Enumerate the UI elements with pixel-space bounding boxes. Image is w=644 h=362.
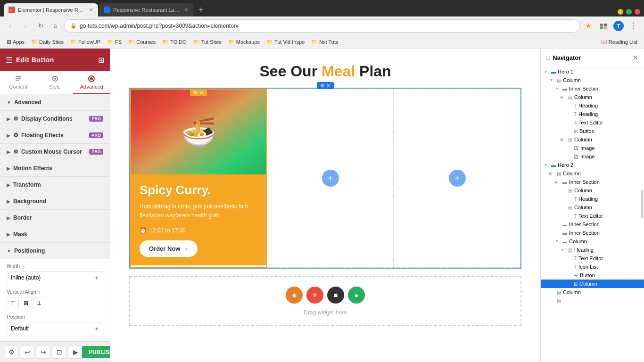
- nav-item-inner1[interactable]: ▼ ▬ Inner Section: [541, 84, 644, 93]
- nav-item-inner2[interactable]: ▶ ▬ Inner Section: [541, 178, 644, 186]
- bookmark-courses[interactable]: 📁 Courses: [125, 38, 158, 46]
- nav-item-col7[interactable]: ▼ ▤ Heading: [541, 246, 644, 254]
- back-btn[interactable]: ‹: [4, 19, 17, 33]
- bookmark-todo[interactable]: 📁 TO DO: [159, 38, 190, 46]
- order-now-btn[interactable]: Order Now →: [140, 240, 198, 257]
- widget-handle[interactable]: ⊞ ✕: [190, 89, 207, 96]
- browser-tab-1[interactable]: e Elementor | Responsive Resta... ✕: [4, 3, 98, 16]
- nav-item-col1-1[interactable]: ▶ ▤ Column: [541, 93, 644, 101]
- nav-expand-col2[interactable]: ▶: [561, 137, 566, 142]
- section-floating-effects[interactable]: ▶ ⚙ Floating Effects PRO: [0, 127, 110, 144]
- widget-icon-star[interactable]: ★: [286, 287, 303, 304]
- nav-expand-inner2[interactable]: ▶: [555, 180, 561, 184]
- browser-tab-2[interactable]: Responsive Restaurant Landin... ✕: [99, 3, 193, 16]
- align-top-btn[interactable]: ⊤: [7, 297, 19, 309]
- nav-item-col3[interactable]: ▶ ▤ Column: [541, 169, 644, 178]
- home-btn[interactable]: ⌂: [49, 19, 62, 33]
- bookmark-nxt-tuts[interactable]: 📁 Nxt Tuts: [308, 38, 341, 46]
- nav-item-inner3[interactable]: ▬ Inner Section: [541, 220, 644, 229]
- nav-expand-col7[interactable]: ▼: [561, 247, 566, 252]
- forward-btn[interactable]: ›: [19, 19, 32, 33]
- bookmark-star-btn[interactable]: ★: [582, 19, 595, 33]
- panel-grid-btn[interactable]: ⊞: [98, 56, 104, 65]
- tab-advanced[interactable]: Advanced: [73, 71, 110, 94]
- section-close-btn[interactable]: ✕: [326, 83, 330, 88]
- tab-close-2[interactable]: ✕: [184, 7, 189, 13]
- section-motion-effects[interactable]: ▶ Motion Effects: [0, 160, 110, 177]
- nav-expand-hero2[interactable]: ▼: [544, 163, 549, 167]
- nav-item-heading2[interactable]: T Heading: [541, 110, 644, 118]
- nav-item-iconlist[interactable]: ☰ Button: [541, 271, 644, 280]
- section-border[interactable]: ▶ Border: [0, 210, 110, 226]
- nav-expand-col1-1[interactable]: ▶: [561, 95, 566, 99]
- nav-item-image1[interactable]: 🖼 Image: [541, 144, 644, 152]
- nav-item-image2[interactable]: 🖼 Image: [541, 152, 644, 161]
- add-widget-btn-3[interactable]: +: [449, 170, 466, 187]
- nav-item-texteditor3[interactable]: T Icon List: [541, 263, 644, 271]
- section-mask[interactable]: ▶ Mask: [0, 226, 110, 243]
- add-widget-btn-2[interactable]: +: [322, 170, 339, 187]
- publish-btn[interactable]: PUBLISH: [82, 346, 110, 358]
- nav-item-col9[interactable]: ▤: [541, 296, 644, 304]
- widget-icon-plus[interactable]: +: [306, 287, 323, 304]
- close-window-btn[interactable]: [635, 9, 640, 15]
- settings-btn[interactable]: ⚙: [5, 346, 18, 359]
- section-advanced[interactable]: ▼ Advanced: [0, 94, 110, 111]
- widget-close-icon[interactable]: ✕: [199, 90, 203, 95]
- section-custom-mouse[interactable]: ▶ ⚙ Custom Mouse Cursor PRO: [0, 144, 110, 160]
- history-btn[interactable]: ↩: [21, 346, 34, 359]
- bookmark-apps[interactable]: ⊞ Apps: [4, 38, 27, 46]
- align-bottom-btn[interactable]: ⊥: [33, 297, 45, 309]
- nav-item-col1[interactable]: ▼ ▤ Column: [541, 76, 644, 84]
- bookmark-reading-list[interactable]: 📖 Reading List: [598, 38, 640, 46]
- width-select[interactable]: Inline (auto) ▼: [7, 271, 103, 284]
- minimize-btn[interactable]: [618, 9, 623, 15]
- panel-expand-icon[interactable]: □: [546, 55, 550, 61]
- bookmark-tut-sites[interactable]: 📁 Tut Sites: [190, 38, 224, 46]
- nav-expand-col1[interactable]: ▼: [549, 78, 555, 82]
- address-bar[interactable]: 🔒 go-tuts.com/wp-admin/post.php?post=300…: [64, 19, 580, 33]
- bookmark-followup[interactable]: 📁 FollowUP: [67, 38, 103, 46]
- reload-btn[interactable]: ↻: [34, 19, 47, 33]
- bookmark-fs[interactable]: 📁 FS: [104, 38, 124, 46]
- section-positioning[interactable]: ▼ Positioning: [0, 243, 110, 259]
- redo-btn[interactable]: ↪: [37, 346, 50, 359]
- nav-item-heading5[interactable]: T Text Editor: [541, 254, 644, 263]
- nav-item-col3-1[interactable]: ▤ Column: [541, 186, 644, 195]
- extension-btn-1[interactable]: [597, 19, 610, 33]
- nav-item-heading1[interactable]: T Heading: [541, 101, 644, 110]
- nav-item-col4[interactable]: ▤ Column: [541, 203, 644, 212]
- nav-expand-hero1[interactable]: ▼: [544, 69, 549, 74]
- align-middle-btn[interactable]: ⊞: [20, 297, 32, 309]
- nav-item-button1[interactable]: ⊞ Button: [541, 127, 644, 135]
- nav-item-hero1[interactable]: ▼ ▬ Hero 1: [541, 67, 644, 76]
- nav-item-inner4[interactable]: ▬ Inner Section: [541, 229, 644, 237]
- nav-expand-col3[interactable]: ▶: [549, 171, 555, 176]
- menu-btn[interactable]: ⋮: [627, 19, 640, 33]
- nav-item-heading3[interactable]: T Heading: [541, 195, 644, 203]
- responsive-btn[interactable]: ⊡: [53, 346, 66, 359]
- panel-menu-btn[interactable]: ☰: [6, 56, 12, 65]
- section-transform[interactable]: ▶ Transform: [0, 177, 110, 193]
- preview-btn[interactable]: ▶: [69, 346, 82, 359]
- nav-item-texteditor2[interactable]: T Text Editor: [541, 212, 644, 220]
- bookmark-mockaups[interactable]: 📁 Mockaups: [225, 38, 263, 46]
- navigator-close-btn[interactable]: ✕: [632, 53, 638, 62]
- nav-expand-inner1[interactable]: ▼: [555, 86, 561, 91]
- nav-item-inner5[interactable]: ▼ ▬ Column: [541, 237, 644, 246]
- nav-item-hero2[interactable]: ▼ ▬ Hero 2: [541, 161, 644, 169]
- widget-icon-circle[interactable]: ●: [348, 287, 365, 304]
- bookmark-daily-sites[interactable]: 📁 Daily Sites: [28, 38, 66, 46]
- section-background[interactable]: ▶ Background: [0, 193, 110, 210]
- nav-item-col8[interactable]: ▤ Column: [541, 288, 644, 296]
- section-display-conditions[interactable]: ▶ ⚙ Display Conditions PRO: [0, 111, 110, 127]
- tab-style[interactable]: Style: [37, 71, 74, 94]
- nav-expand-inner5[interactable]: ▼: [555, 239, 561, 244]
- user-btn[interactable]: T: [612, 19, 625, 33]
- tab-add-button[interactable]: +: [194, 3, 207, 16]
- maximize-btn[interactable]: [626, 9, 632, 15]
- tab-content[interactable]: Content: [0, 71, 37, 94]
- tab-close-1[interactable]: ✕: [89, 7, 93, 13]
- position-select[interactable]: Default ▼: [7, 322, 103, 335]
- nav-item-button-selected[interactable]: ⊞ Column: [541, 280, 644, 288]
